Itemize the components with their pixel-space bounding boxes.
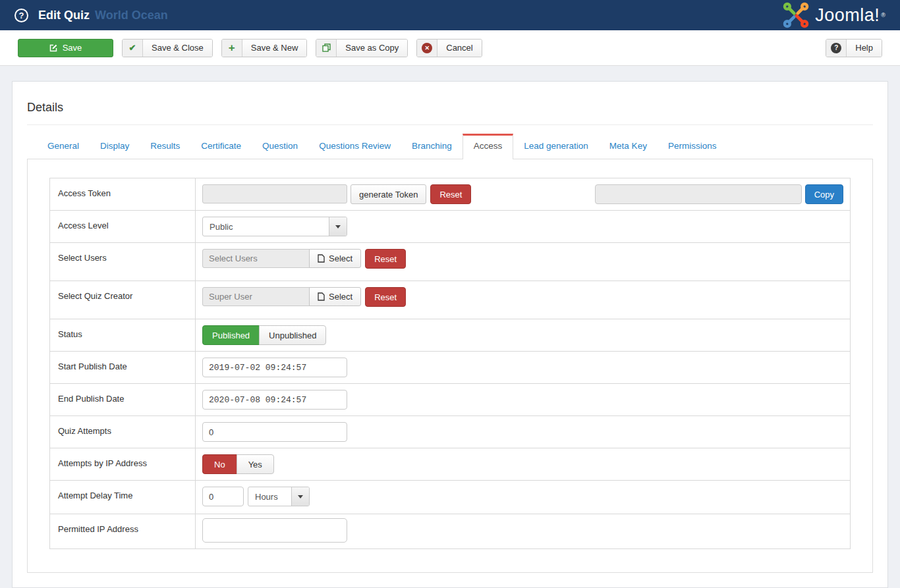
permitted-ip-input[interactable] [202,518,347,543]
tab-access[interactable]: Access [463,134,514,159]
cancel-icon: ✕ [417,40,437,57]
title-help-icon: ? [14,9,28,22]
select-users-button[interactable]: Select [309,249,361,268]
file-icon [318,292,325,301]
access-token-label: Access Token [50,178,196,210]
quiz-attempts-label: Quiz Attempts [50,416,196,448]
attempts-ip-label: Attempts by IP Address [50,448,196,480]
cancel-button[interactable]: ✕ Cancel [416,39,482,57]
token-copy-input[interactable] [595,184,802,204]
access-level-select[interactable]: Public [202,217,347,236]
tab-bar: General Display Results Certificate Ques… [27,134,873,159]
top-header-bar: ? Edit Quiz World Ocean Joomla! ® [0,0,900,30]
page-title: Edit Quiz [38,9,90,22]
main-area: Details General Display Results Certific… [0,66,900,588]
status-published-button[interactable]: Published [202,325,260,345]
plus-icon: + [222,40,242,57]
save-copy-button[interactable]: Save as Copy [316,39,408,57]
tab-results[interactable]: Results [140,134,190,159]
reset-users-button[interactable]: Reset [365,249,406,269]
toolbar: Save ✔ Save & Close + Save & New Save as… [0,30,900,66]
section-divider [27,124,873,125]
chevron-down-icon [329,217,347,236]
select-users-button-label: Select [329,254,352,263]
access-level-label: Access Level [50,211,196,242]
tab-certificate[interactable]: Certificate [190,134,252,159]
quiz-attempts-input[interactable] [202,422,347,442]
form-row-permitted-ip: Permitted IP Address [50,514,850,548]
form-row-quiz-creator: Select Quiz Creator Select Reset [50,281,850,319]
brand-name: Joomla! [815,5,880,26]
save-icon [49,43,58,52]
form-row-status: Status Published Unpublished [50,319,850,352]
delay-unit-value: Hours [248,487,291,506]
file-icon [318,254,325,263]
form-row-quiz-attempts: Quiz Attempts [50,416,850,448]
delay-unit-select[interactable]: Hours [248,487,310,506]
copy-button[interactable]: Copy [805,184,843,204]
select-creator-button[interactable]: Select [309,287,361,306]
form-row-access-level: Access Level Public [50,211,850,243]
end-publish-label: End Publish Date [50,384,196,415]
save-button-label: Save [63,43,82,53]
reset-token-button[interactable]: Reset [430,184,471,204]
tab-general[interactable]: General [37,134,90,159]
tab-permissions[interactable]: Permissions [658,134,727,159]
joomla-brand: Joomla! ® [782,1,886,29]
reset-creator-button[interactable]: Reset [365,287,406,307]
attempts-ip-yes-button[interactable]: Yes [237,454,274,474]
tab-questions-review[interactable]: Questions Review [308,134,401,159]
save-copy-label: Save as Copy [337,40,407,57]
select-creator-button-label: Select [329,292,352,302]
permitted-ip-label: Permitted IP Address [50,514,196,548]
form-row-select-users: Select Users Select Reset [50,243,850,281]
save-button[interactable]: Save [18,39,113,57]
save-new-label: Save & New [242,40,307,57]
access-level-value: Public [203,217,329,236]
tab-display[interactable]: Display [90,134,140,159]
end-publish-date-input[interactable] [202,390,347,410]
select-users-label: Select Users [50,243,196,281]
save-close-label: Save & Close [143,40,212,57]
save-new-button[interactable]: + Save & New [221,39,308,57]
copy-icon [316,40,337,57]
start-publish-date-input[interactable] [202,358,347,377]
form-row-start-publish: Start Publish Date [50,352,850,384]
quiz-creator-input[interactable] [202,287,310,306]
details-panel: Details General Display Results Certific… [12,81,888,588]
select-users-input[interactable] [202,249,310,268]
attempt-delay-label: Attempt Delay Time [50,481,196,514]
tab-branching[interactable]: Branching [401,134,463,159]
question-icon: ? [826,40,847,57]
form-row-end-publish: End Publish Date [50,384,850,416]
save-close-button[interactable]: ✔ Save & Close [122,39,213,57]
start-publish-label: Start Publish Date [50,352,196,383]
help-button[interactable]: ? Help [826,39,882,57]
tab-panel-access: Access Token generate Token Reset Copy A… [27,159,873,573]
brand-trademark: ® [881,12,886,18]
attempts-ip-no-button[interactable]: No [202,454,237,474]
help-label: Help [847,40,882,57]
form-row-attempt-delay: Attempt Delay Time Hours [50,481,850,514]
access-token-input[interactable] [202,184,347,203]
quiz-creator-label: Select Quiz Creator [50,281,196,319]
tab-question[interactable]: Question [252,134,308,159]
cancel-label: Cancel [437,40,481,57]
status-unpublished-button[interactable]: Unpublished [259,325,326,345]
status-label: Status [50,319,196,351]
attempts-ip-toggle: No Yes [202,454,274,474]
access-form-table: Access Token generate Token Reset Copy A… [49,178,851,549]
status-toggle: Published Unpublished [202,325,326,345]
attempt-delay-input[interactable] [202,487,244,506]
generate-token-button[interactable]: generate Token [351,184,426,204]
form-row-attempts-ip: Attempts by IP Address No Yes [50,448,850,481]
tab-meta-key[interactable]: Meta Key [599,134,658,159]
page-subtitle: World Ocean [95,9,168,22]
section-title: Details [27,96,873,124]
tab-lead-generation[interactable]: Lead generation [513,134,599,159]
chevron-down-icon [291,487,309,506]
check-icon: ✔ [123,40,143,57]
form-row-access-token: Access Token generate Token Reset Copy [50,178,850,211]
joomla-logo-icon [782,1,810,29]
